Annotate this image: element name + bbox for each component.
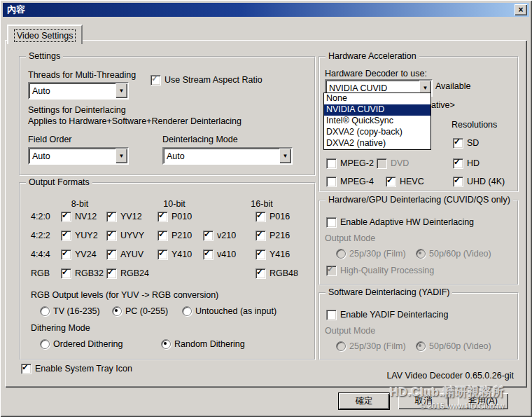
p010-checkbox[interactable]: P010 — [158, 212, 192, 221]
y410-checkbox[interactable]: Y410 — [158, 249, 192, 259]
dropdown-item-dxva2-copyback[interactable]: DXVA2 (copy-back) — [324, 127, 430, 138]
checkbox-icon — [106, 212, 117, 222]
hd-checkbox[interactable]: HD — [453, 158, 479, 168]
rgb24-checkbox[interactable]: RGB24 — [106, 268, 149, 278]
p216-checkbox[interactable]: P216 — [255, 231, 290, 240]
pc-levels-radio[interactable]: PC (0-255) — [112, 306, 168, 316]
radio-label: 50p/60p (Video) — [429, 341, 491, 351]
threads-label: Threads for Multi-Threading — [28, 70, 136, 80]
cancel-button[interactable]: 取消 — [398, 393, 449, 409]
row-label-rgb: RGB — [31, 268, 50, 278]
checkbox-label: AYUV — [120, 249, 144, 259]
checkbox-icon — [61, 268, 71, 279]
p016-checkbox[interactable]: P016 — [255, 212, 290, 221]
checkbox-icon — [158, 212, 168, 222]
radio-label: 25p/30p (Film) — [349, 341, 406, 351]
ok-button[interactable]: 確定 — [339, 393, 389, 409]
checkbox-icon — [453, 138, 463, 149]
hw-film-radio: 25p/30p (Film) — [336, 249, 406, 259]
decoder-version-label: LAV Video Decoder 0.65.0.26-git — [386, 371, 514, 381]
checkbox-icon — [453, 158, 463, 169]
dropdown-item-nvidia-cuvid[interactable]: NVIDIA CUVID — [324, 104, 430, 116]
uyvy-checkbox[interactable]: UYVY — [106, 231, 144, 240]
decoder-available-status: Available — [435, 81, 471, 91]
stream-aspect-label: Use Stream Aspect Ratio — [164, 75, 262, 85]
title-bar: 內容 × — [3, 3, 529, 17]
deint-mode-combobox[interactable]: Auto ▼ — [162, 147, 293, 165]
sw-film-radio: 25p/30p (Film) — [336, 341, 406, 351]
checkbox-icon — [453, 177, 463, 187]
radio-label: Ordered Dithering — [53, 339, 122, 349]
checkbox-icon — [203, 231, 214, 241]
system-tray-checkbox[interactable]: Enable System Tray Icon — [21, 364, 132, 374]
column-header-16bit: 16-bit — [244, 199, 279, 209]
threads-combobox[interactable]: Auto ▼ — [28, 82, 129, 100]
checkbox-icon — [255, 249, 266, 260]
checkbox-icon — [158, 249, 168, 260]
yadif-checkbox[interactable]: Enable YADIF Deinterlacing — [326, 310, 448, 320]
random-dithering-radio[interactable]: Random Dithering — [161, 339, 245, 349]
radio-icon — [416, 249, 426, 259]
deint-mode-combobox-value: Auto — [164, 151, 279, 161]
rgb32-checkbox[interactable]: RGB32 — [61, 268, 104, 278]
sd-checkbox[interactable]: SD — [453, 138, 479, 148]
radio-icon — [336, 249, 346, 259]
adaptive-hw-deint-checkbox[interactable]: Enable Adaptive HW Deinterlacing — [326, 217, 474, 227]
v210-checkbox[interactable]: v210 — [203, 231, 236, 240]
yv12-checkbox[interactable]: YV12 — [106, 212, 142, 221]
sw-deinterlacing-group: Software Deinterlacing (YADIF) Enable YA… — [318, 292, 519, 360]
checkbox-icon — [106, 268, 117, 279]
system-tray-label: Enable System Tray Icon — [35, 364, 132, 374]
mpeg2-checkbox[interactable]: MPEG-2 — [326, 158, 374, 168]
hw-deinterlacing-group: Hardware/GPU Deinterlacing (CUVID/QS onl… — [318, 200, 519, 285]
radio-icon — [161, 339, 171, 349]
checkbox-label: P216 — [270, 231, 290, 240]
checkbox-icon — [203, 249, 214, 260]
p210-checkbox[interactable]: P210 — [158, 231, 192, 240]
tab-label: Video Settings — [15, 30, 75, 41]
checkbox-label: UYVY — [120, 231, 144, 240]
apply-button[interactable]: 套用(A) — [458, 393, 508, 409]
yuy2-checkbox[interactable]: YUY2 — [61, 231, 98, 240]
checkbox-icon — [326, 266, 337, 276]
hw-decoder-label: Hardware Decoder to use: — [325, 69, 427, 78]
checkbox-icon — [106, 231, 117, 241]
dropdown-item-dxva2-native[interactable]: DXVA2 (native) — [324, 138, 430, 149]
checkbox-icon — [158, 231, 168, 241]
deint-mode-label: Deinterlacing Mode — [162, 135, 238, 144]
close-button[interactable]: × — [514, 4, 527, 15]
uhd4k-checkbox[interactable]: UHD (4K) — [453, 177, 505, 186]
hw-decoder-combobox-value: NVIDIA CUVID — [326, 83, 419, 93]
resolutions-label: Resolutions — [451, 120, 497, 130]
checkbox-icon — [61, 212, 71, 222]
checkbox-icon — [326, 158, 337, 169]
row-label-444: 4:4:4 — [31, 249, 50, 259]
hw-deinterlacing-title: Hardware/GPU Deinterlacing (CUVID/QS onl… — [326, 195, 513, 205]
field-order-combobox[interactable]: Auto ▼ — [28, 147, 129, 165]
checkbox-icon — [150, 75, 161, 86]
checkbox-label: YV24 — [75, 249, 97, 259]
radio-label: Untouched (as input) — [195, 306, 276, 316]
dropdown-item-intel-quicksync[interactable]: Intel® QuickSync — [324, 116, 430, 127]
stream-aspect-checkbox[interactable]: Use Stream Aspect Ratio — [150, 75, 262, 85]
nv12-checkbox[interactable]: NV12 — [61, 212, 97, 221]
tab-video-settings[interactable]: Video Settings — [7, 25, 83, 44]
checkbox-label: P016 — [270, 212, 290, 221]
mpeg4-checkbox[interactable]: MPEG-4 — [326, 177, 374, 186]
checkbox-label: RGB48 — [270, 268, 298, 278]
yv24-checkbox[interactable]: YV24 — [61, 249, 97, 259]
hevc-checkbox[interactable]: HEVC — [386, 177, 424, 186]
ayuv-checkbox[interactable]: AYUV — [106, 249, 144, 259]
ordered-dithering-radio[interactable]: Ordered Dithering — [40, 339, 122, 349]
hardware-acceleration-title: Hardware Acceleration — [326, 51, 419, 61]
checkbox-icon — [21, 364, 31, 374]
dropdown-item-none[interactable]: None — [324, 93, 430, 104]
v410-checkbox[interactable]: v410 — [203, 249, 236, 259]
untouched-levels-radio[interactable]: Untouched (as input) — [182, 306, 276, 316]
tv-levels-radio[interactable]: TV (16-235) — [40, 306, 100, 316]
rgb48-checkbox[interactable]: RGB48 — [255, 268, 298, 278]
column-header-10bit: 10-bit — [157, 199, 192, 209]
checkbox-label: YUY2 — [75, 231, 98, 240]
checkbox-label: High-Quality Processing — [340, 266, 434, 275]
y416-checkbox[interactable]: Y416 — [255, 249, 290, 259]
